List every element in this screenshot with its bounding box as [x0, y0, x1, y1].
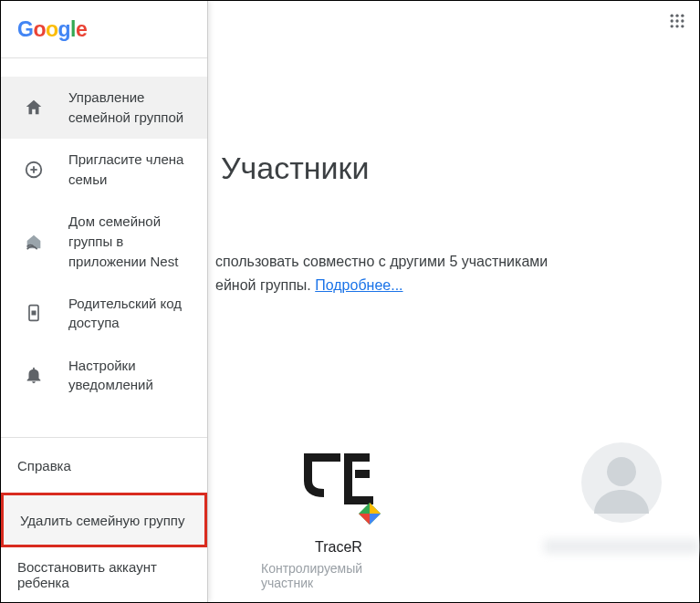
member-role: Контролируемый участник: [261, 561, 416, 590]
family-badge-icon: [357, 501, 382, 526]
svg-rect-14: [308, 453, 340, 462]
restore-child-account[interactable]: Восстановить аккаунт ребенка: [1, 547, 207, 602]
nest-home-icon: [23, 231, 45, 253]
nav-label: Дом семейной группы в приложении Nest: [68, 212, 191, 271]
bell-icon: [23, 364, 45, 386]
svg-point-12: [675, 25, 678, 27]
member-name: TraceR: [315, 539, 362, 556]
help-label: Справка: [17, 458, 71, 473]
svg-marker-21: [370, 503, 381, 514]
google-logo[interactable]: Google: [17, 17, 87, 42]
svg-rect-15: [304, 453, 312, 481]
learn-more-link[interactable]: Подробнее...: [315, 277, 402, 293]
members-row: TraceR Контролируемый участник: [208, 442, 699, 590]
svg-point-24: [607, 457, 636, 486]
bottom-nav: Справка Удалить семейную группу Восстано…: [1, 437, 207, 602]
svg-point-13: [681, 25, 684, 27]
delete-family-group[interactable]: Удалить семейную группу: [1, 493, 207, 547]
svg-rect-4: [32, 312, 35, 315]
member-name-redacted: [544, 539, 699, 554]
nav-label: Родительский код доступа: [68, 294, 191, 334]
nav-label: Управление семейной группой: [68, 88, 191, 128]
svg-point-9: [675, 19, 678, 22]
svg-point-10: [681, 19, 684, 22]
nav-notifications[interactable]: Настройки уведомлений: [1, 344, 207, 406]
svg-rect-18: [355, 470, 370, 478]
nav: Управление семейной группой Пригласите ч…: [1, 58, 207, 406]
nav-label: Настройки уведомлений: [68, 356, 191, 396]
svg-rect-17: [344, 453, 370, 462]
phone-code-icon: [23, 302, 45, 324]
main-content: Участники спользовать совместно с другим…: [208, 1, 699, 602]
nav-nest-home[interactable]: Дом семейной группы в приложении Nest: [1, 201, 207, 282]
nav-label: Пригласите члена семьи: [68, 150, 191, 190]
nav-invite-member[interactable]: Пригласите члена семьи: [1, 139, 207, 201]
svg-point-6: [675, 15, 678, 17]
svg-point-5: [671, 15, 674, 17]
avatar: [298, 442, 379, 523]
svg-marker-23: [359, 514, 370, 525]
page-description: спользовать совместно с другими 5 участн…: [208, 250, 699, 296]
desc-line2: ейной группы.: [215, 277, 315, 293]
add-circle-icon: [23, 159, 45, 181]
desc-line1: спользовать совместно с другими 5 участн…: [215, 254, 548, 269]
svg-point-11: [671, 25, 674, 27]
member-card[interactable]: [544, 442, 699, 590]
logo-row: Google: [1, 1, 207, 57]
page-title: Участники: [221, 151, 699, 186]
sidebar: Google Управление семейной группой Пригл…: [1, 1, 208, 602]
nav-parental-code[interactable]: Родительский код доступа: [1, 282, 207, 344]
svg-point-8: [671, 19, 674, 22]
delete-label: Удалить семейную группу: [20, 513, 184, 528]
home-icon: [23, 97, 45, 119]
avatar-placeholder: [581, 442, 662, 523]
restore-label: Восстановить аккаунт ребенка: [17, 559, 191, 590]
svg-marker-22: [370, 514, 381, 525]
svg-point-7: [681, 15, 684, 17]
apps-icon[interactable]: [663, 6, 692, 36]
help-link[interactable]: Справка: [1, 438, 207, 493]
nav-manage-family[interactable]: Управление семейной группой: [1, 77, 207, 139]
member-card[interactable]: TraceR Контролируемый участник: [261, 442, 416, 590]
